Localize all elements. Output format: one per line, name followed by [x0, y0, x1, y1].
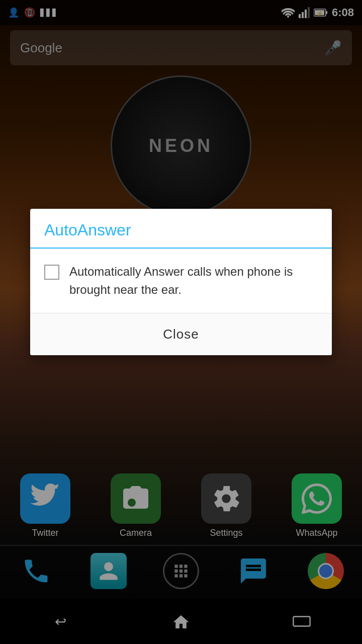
autoanswer-dialog: AutoAnswer Automatically Answer calls wh… [30, 209, 332, 355]
close-button[interactable]: Close [148, 321, 214, 347]
dialog-content: Automatically Answer calls when phone is… [30, 249, 332, 313]
dialog-overlay: AutoAnswer Automatically Answer calls wh… [0, 0, 362, 644]
dialog-actions: Close [30, 313, 332, 355]
dialog-message: Automatically Answer calls when phone is… [69, 263, 318, 299]
dialog-title: AutoAnswer [30, 209, 332, 249]
autoanswer-checkbox[interactable] [44, 265, 59, 280]
